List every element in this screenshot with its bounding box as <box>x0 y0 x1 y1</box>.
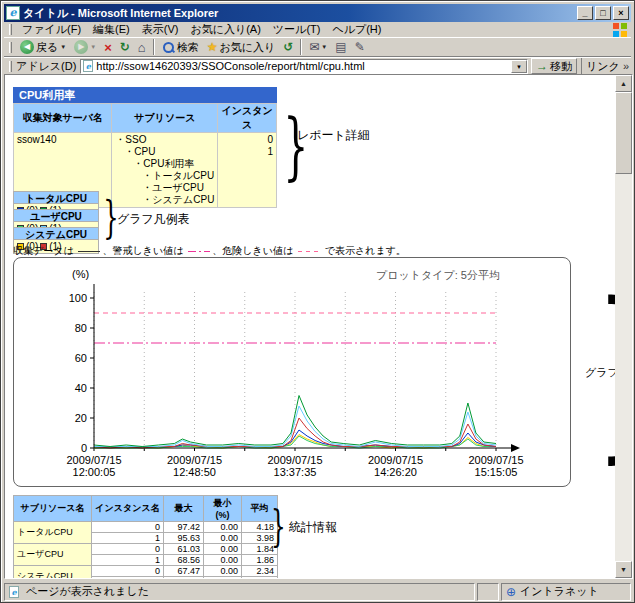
minimize-button[interactable]: _ <box>577 6 593 20</box>
search-label: 検索 <box>177 40 199 55</box>
menu-view[interactable]: 表示(V) <box>136 22 185 37</box>
links-bar[interactable]: リンク <box>581 58 629 74</box>
stats-subresource: システムCPU <box>14 566 92 579</box>
tree-item: ユーザCPU <box>142 182 214 194</box>
status-spacer-panel <box>477 583 499 601</box>
plot-type-label: プロットタイプ: 5分平均 <box>376 268 500 283</box>
tree-item: SSO <box>115 134 214 146</box>
maximize-button[interactable]: □ <box>595 6 611 20</box>
stats-header-row: サブリソース名 インスタンス名 最大 最小(%) 平均 <box>14 496 278 522</box>
stats-instance: 0 <box>92 522 164 533</box>
legend-note: 収集データは 、警戒しきい値は 、危険しきい値は で表示されます。 <box>13 244 406 258</box>
menu-file[interactable]: ファイル(F) <box>16 22 87 37</box>
scroll-down-icon[interactable]: ▼ <box>615 561 632 578</box>
stats-instance: 0 <box>92 544 164 555</box>
scrollbar-thumb[interactable] <box>615 92 632 174</box>
menubar-grip[interactable] <box>9 24 12 35</box>
back-button[interactable]: 戻る <box>16 38 70 56</box>
legend-title: ユーザCPU <box>13 209 99 222</box>
window-title: タイトル - Microsoft Internet Explorer <box>23 6 575 21</box>
menu-help[interactable]: ヘルプ(H) <box>326 22 387 37</box>
scroll-up-icon[interactable]: ▲ <box>615 75 632 92</box>
page-title: CPU利用率 <box>13 87 277 103</box>
graph-panel: プロットタイプ: 5分平均 0204060801002009/07/1512:0… <box>13 257 571 487</box>
stats-avg: 1.86 <box>242 555 278 566</box>
stats-row: システムCPU 0 67.47 0.00 2.34 <box>14 566 278 577</box>
stats-max: 95.63 <box>164 533 204 544</box>
zone-label: イントラネット <box>520 584 599 599</box>
toolbar-separator <box>153 39 155 55</box>
toolbar-grip[interactable] <box>9 42 12 53</box>
print-button[interactable] <box>331 38 350 56</box>
instance-value: 1 <box>221 146 273 158</box>
mail-dropdown-icon[interactable] <box>321 44 327 50</box>
back-dropdown-icon[interactable] <box>60 44 66 50</box>
detail-tree-cell: SSO CPU CPU利用率 トータルCPU ユーザCPU システムCPU <box>112 133 218 208</box>
ie-logo-icon <box>6 6 20 20</box>
svg-text:0: 0 <box>81 442 87 454</box>
stats-instance: 1 <box>92 533 164 544</box>
stats-max: 67.47 <box>164 566 204 577</box>
forward-dropdown-icon[interactable] <box>90 44 96 50</box>
data-line-sample <box>78 251 100 252</box>
tree-item: システムCPU <box>142 194 214 206</box>
go-button[interactable]: 移動 <box>531 58 577 74</box>
page-icon <box>83 60 93 72</box>
stats-row: ユーザCPU 0 61.03 0.00 1.84 <box>14 544 278 555</box>
svg-text:2009/07/15: 2009/07/15 <box>368 454 423 466</box>
favorites-button[interactable]: お気に入り <box>203 38 280 56</box>
vertical-scrollbar[interactable]: ▲ ▼ <box>615 75 632 578</box>
home-button[interactable] <box>134 38 150 56</box>
stats-header-max: 最大 <box>164 496 204 522</box>
svg-text:15:15:05: 15:15:05 <box>475 466 518 478</box>
forward-button[interactable] <box>70 38 100 56</box>
address-input[interactable] <box>96 60 511 73</box>
detail-header-instance: インスタンス <box>218 104 277 133</box>
search-icon <box>162 41 175 54</box>
status-page-icon <box>9 586 19 598</box>
refresh-button[interactable] <box>116 38 134 56</box>
stats-min: 0.00 <box>204 522 242 533</box>
favorites-label: お気に入り <box>219 40 275 55</box>
address-dropdown-icon[interactable]: ▼ <box>511 60 527 73</box>
svg-text:12:00:05: 12:00:05 <box>73 466 116 478</box>
stats-min: 0.00 <box>204 577 242 579</box>
danger-line-sample <box>298 251 320 252</box>
stats-max: 61.03 <box>164 544 204 555</box>
search-button[interactable]: 検索 <box>158 38 203 56</box>
stats-max: 73.67 <box>164 577 204 579</box>
legend-annotation: グラフ凡例表 <box>117 211 190 228</box>
close-button[interactable]: × <box>613 6 629 20</box>
menu-favorites[interactable]: お気に入り(A) <box>184 22 266 37</box>
report-page: CPU利用率 収集対象サーバ名 サブリソース インスタンス ssow140 SS… <box>5 75 615 578</box>
stats-table: サブリソース名 インスタンス名 最大 最小(%) 平均 トータルCPU 0 97… <box>13 495 278 578</box>
svg-text:2009/07/15: 2009/07/15 <box>66 454 121 466</box>
addressbar-grip[interactable] <box>9 61 12 72</box>
stats-subresource: トータルCPU <box>14 522 92 544</box>
stats-unit-label: (%) <box>216 510 230 520</box>
mail-icon <box>309 40 319 54</box>
address-label: アドレス(D) <box>16 59 76 74</box>
stop-button[interactable] <box>100 38 116 56</box>
print-icon <box>335 40 346 54</box>
go-label: 移動 <box>550 59 572 74</box>
svg-text:60: 60 <box>75 352 87 364</box>
stats-min: 0.00 <box>204 533 242 544</box>
back-icon <box>20 40 34 54</box>
edit-button[interactable] <box>351 38 369 56</box>
note-text: 、警戒しきい値は <box>102 245 186 256</box>
mail-button[interactable] <box>305 38 331 56</box>
titlebar[interactable]: タイトル - Microsoft Internet Explorer _ □ × <box>4 4 631 22</box>
detail-header-row: 収集対象サーバ名 サブリソース インスタンス <box>14 104 277 133</box>
svg-text:2009/07/15: 2009/07/15 <box>468 454 523 466</box>
stats-min: 0.00 <box>204 566 242 577</box>
tree-item: トータルCPU <box>142 170 214 182</box>
history-button[interactable] <box>279 38 297 56</box>
stats-min: 0.00 <box>204 544 242 555</box>
detail-brace <box>273 102 319 190</box>
menu-edit[interactable]: 編集(E) <box>87 22 136 37</box>
note-text: 収集データは <box>13 245 76 256</box>
svg-text:80: 80 <box>75 322 87 334</box>
back-label: 戻る <box>36 40 58 55</box>
menu-tools[interactable]: ツール(T) <box>267 22 327 37</box>
